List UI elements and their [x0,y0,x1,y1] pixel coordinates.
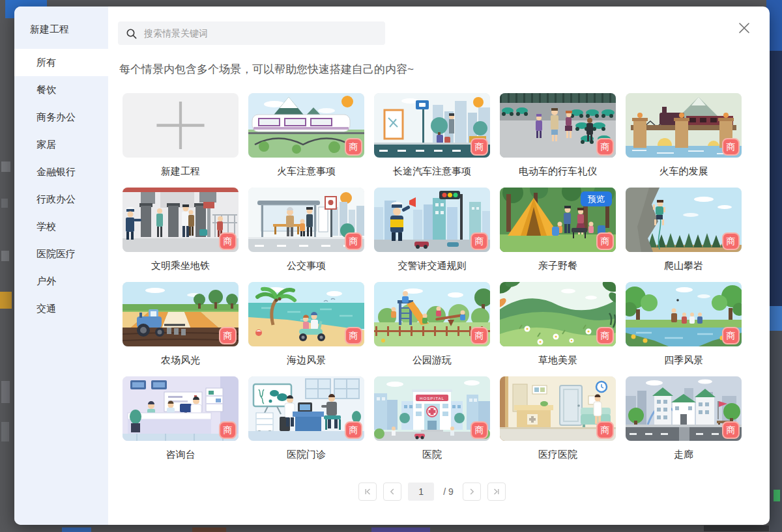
background-right-panel-lower [770,331,782,532]
card-title: 农场风光 [123,353,239,367]
commercial-badge: 商 [471,327,488,344]
preview-badge[interactable]: 预览 [581,191,612,206]
card-title: 咨询台 [123,447,239,462]
card-traffic-police-rules[interactable]: 商 交警讲交通规则 [374,188,490,273]
subway-thumbnail: 商 [123,188,239,252]
commercial-badge: 商 [471,421,488,439]
commercial-badge: 商 [722,138,740,156]
card-park-play[interactable]: 商 公园游玩 [374,282,490,367]
background-right-green-chip [774,490,780,501]
coach-bus-thumbnail: 商 [374,93,490,158]
card-title: 电动车的行车礼仪 [500,164,616,178]
new-project-thumbnail [123,93,239,158]
search-input[interactable] [143,27,377,39]
card-title: 走廊 [626,447,742,462]
background-left-glyph [1,161,10,172]
svg-text:HOSPITAL: HOSPITAL [420,396,444,400]
sidebar-item-transport[interactable]: 交通 [14,295,108,322]
search-box[interactable] [118,21,385,45]
commercial-badge: 商 [219,327,237,344]
pagination: 1 / 9 [123,483,742,501]
card-train-development[interactable]: 商 火车的发展 [626,93,742,178]
train-development-thumbnail: 商 [626,93,742,158]
card-title: 交警讲交通规则 [374,259,490,273]
next-page-button[interactable] [463,483,481,501]
info-desk-thumbnail: 商 [123,376,239,441]
first-page-button[interactable] [358,483,377,501]
card-title: 火车注意事项 [248,164,364,178]
family-picnic-thumbnail: 预览 商 [500,188,616,252]
current-page-indicator[interactable]: 1 [408,483,434,501]
rock-climbing-thumbnail: 商 [626,188,742,252]
card-farm-scenery[interactable]: 商 农场风光 [123,282,239,367]
card-corridor[interactable]: 商 走廊 [626,376,742,462]
sidebar-item-admin-office[interactable]: 行政办公 [14,186,108,213]
chevron-right-icon [468,488,476,496]
card-title: 四季风景 [626,353,742,367]
card-subway-manners[interactable]: 商 文明乘坐地铁 [123,188,239,273]
background-left-glyph [1,251,9,261]
sidebar-item-outdoor[interactable]: 户外 [14,268,108,295]
sidebar-item-hospital-medical[interactable]: 医院医疗 [14,240,108,268]
card-family-picnic[interactable]: 预览 商 亲子野餐 [500,188,616,273]
bus-matters-thumbnail: 商 [248,188,364,252]
background-right-panel-highlight [770,306,782,331]
commercial-badge: 商 [345,232,362,250]
prev-page-button[interactable] [383,483,401,501]
close-icon [737,21,751,35]
commercial-badge: 商 [471,138,488,156]
outpatient-thumbnail: 商 [248,376,364,441]
commercial-badge: 商 [345,421,362,439]
commercial-badge: 商 [596,138,614,156]
card-title: 医院 [374,447,490,462]
card-title: 公交事项 [248,259,364,273]
card-coach-bus-tips[interactable]: 商 长途汽车注意事项 [374,93,490,178]
sidebar-item-finance-bank[interactable]: 金融银行 [14,158,108,186]
commercial-badge: 商 [345,138,362,156]
card-hospital[interactable]: HOSPITAL 商 [374,376,490,462]
total-pages-label: / 9 [443,486,454,497]
card-meadow-scenery[interactable]: 商 草地美景 [500,282,616,367]
meadow-thumbnail: 商 [500,282,616,346]
card-e-bike-etiquette[interactable]: 商 电动车的行车礼仪 [500,93,616,178]
card-title: 医院门诊 [248,447,364,462]
sidebar-item-dining[interactable]: 餐饮 [14,76,108,104]
card-info-desk[interactable]: 商 咨询台 [123,376,239,462]
card-train-tips[interactable]: 商 火车注意事项 [248,93,364,178]
sidebar-item-all[interactable]: 所有 [14,49,108,76]
last-page-button[interactable] [487,483,506,501]
background-bottom-chip-purple [371,527,430,532]
card-title: 文明乘坐地铁 [123,259,239,273]
corridor-thumbnail: 商 [626,376,742,441]
last-page-icon [493,488,500,496]
card-four-seasons-scenery[interactable]: 商 四季风景 [626,282,742,367]
card-title: 爬山攀岩 [626,259,742,273]
sidebar-item-business-office[interactable]: 商务办公 [14,104,108,131]
commercial-badge: 商 [722,327,740,344]
commercial-badge: 商 [471,232,488,250]
template-grid: 新建工程 [123,93,770,462]
card-title: 长途汽车注意事项 [374,164,490,178]
search-icon [126,28,137,39]
card-title: 海边风景 [248,353,364,367]
first-page-icon [364,488,371,496]
card-seaside-scenery[interactable]: 商 海边风景 [248,282,364,367]
card-rock-climbing[interactable]: 商 爬山攀岩 [626,188,742,273]
sidebar-item-school[interactable]: 学校 [14,213,108,240]
card-medical-hospital[interactable]: 商 医疗医院 [500,376,616,462]
card-title: 亲子野餐 [500,259,616,273]
card-title: 公园游玩 [374,353,490,367]
sidebar-item-home[interactable]: 家居 [14,131,108,158]
card-title: 医疗医院 [500,447,616,462]
park-play-thumbnail: 商 [374,282,490,346]
background-left-gold-badge [0,292,12,309]
hospital-thumbnail: HOSPITAL 商 [374,376,490,441]
four-seasons-thumbnail: 商 [626,282,742,346]
card-bus-matters[interactable]: 商 公交事项 [248,188,364,273]
scene-picker-content: 每个情景内包含多个场景，可以帮助您快速搭建自己的内容~ 新建工程 [108,7,770,525]
card-hospital-outpatient[interactable]: 商 医院门诊 [248,376,364,462]
card-new-project[interactable]: 新建工程 [123,93,239,178]
close-button[interactable] [737,21,751,35]
e-bike-thumbnail: 商 [500,93,616,158]
card-title: 火车的发展 [626,164,742,178]
